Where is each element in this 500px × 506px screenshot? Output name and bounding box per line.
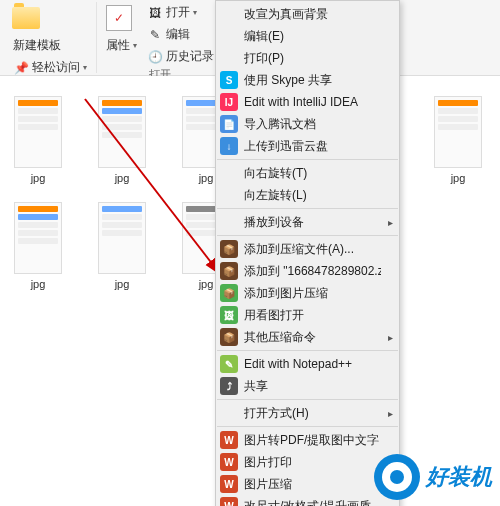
history-icon: 🕘 bbox=[147, 49, 163, 65]
ribbon-group-open: ✓ 属性▾ 🖼打开▾ ✎编辑 🕘历史记录 打开 bbox=[97, 2, 224, 73]
watermark: 好装机 bbox=[374, 454, 492, 500]
menu-separator bbox=[217, 350, 398, 351]
menu-item[interactable]: W图片压缩 bbox=[216, 473, 399, 495]
idea-icon: IJ bbox=[220, 93, 238, 111]
pin-icon: 📌 bbox=[13, 60, 29, 76]
menu-item[interactable]: 播放到设备 bbox=[216, 211, 399, 233]
open-icon: 🖼 bbox=[147, 5, 163, 21]
blank-icon bbox=[220, 5, 238, 23]
file-thumbnail[interactable]: jpg bbox=[10, 202, 66, 290]
file-name: jpg bbox=[31, 278, 46, 290]
skype-icon: S bbox=[220, 71, 238, 89]
menu-item-label: 添加到压缩文件(A)... bbox=[244, 241, 381, 258]
menu-item[interactable]: 改宣为真画背景 bbox=[216, 3, 399, 25]
file-thumbnail[interactable]: jpg bbox=[10, 96, 66, 184]
menu-item[interactable]: S使用 Skype 共享 bbox=[216, 69, 399, 91]
wps-icon: W bbox=[220, 453, 238, 471]
blank-icon bbox=[220, 49, 238, 67]
ribbon-group-new: 新建模板 📌轻松访问▾ 新建 bbox=[4, 2, 97, 73]
menu-separator bbox=[217, 208, 398, 209]
menu-item[interactable]: W图片打印 bbox=[216, 451, 399, 473]
wps-icon: W bbox=[220, 431, 238, 449]
menu-item[interactable]: 打印(P) bbox=[216, 47, 399, 69]
blank-icon bbox=[220, 213, 238, 231]
menu-item[interactable]: 编辑(E) bbox=[216, 25, 399, 47]
menu-item-label: Edit with Notepad++ bbox=[244, 357, 381, 371]
menu-item[interactable]: 📦添加到压缩文件(A)... bbox=[216, 238, 399, 260]
zip-icon: 📦 bbox=[220, 328, 238, 346]
menu-item[interactable]: 📦添加到图片压缩 bbox=[216, 282, 399, 304]
blank-icon bbox=[220, 27, 238, 45]
menu-item[interactable]: ↓上传到迅雷云盘 bbox=[216, 135, 399, 157]
wps-icon: W bbox=[220, 475, 238, 493]
menu-separator bbox=[217, 159, 398, 160]
context-menu: 改宣为真画背景编辑(E)打印(P)S使用 Skype 共享IJEdit with… bbox=[215, 0, 400, 506]
img-icon: 🖼 bbox=[220, 306, 238, 324]
open-button[interactable]: 🖼打开▾ bbox=[144, 2, 217, 23]
zipg-icon: 📦 bbox=[220, 284, 238, 302]
menu-separator bbox=[217, 235, 398, 236]
zip-icon: 📦 bbox=[220, 262, 238, 280]
menu-item-label: 图片压缩 bbox=[244, 476, 381, 493]
properties-icon: ✓ bbox=[103, 2, 135, 34]
menu-item[interactable]: W改尺寸/改格式/提升画质 bbox=[216, 495, 399, 506]
menu-item[interactable]: 📦其他压缩命令 bbox=[216, 326, 399, 348]
properties-button[interactable]: 属性▾ bbox=[103, 35, 140, 56]
xl-icon: ↓ bbox=[220, 137, 238, 155]
file-name: jpg bbox=[115, 172, 130, 184]
menu-item[interactable]: 📦添加到 "1668478289802.zip" (T) bbox=[216, 260, 399, 282]
menu-item[interactable]: IJEdit with IntelliJ IDEA bbox=[216, 91, 399, 113]
menu-item-label: 共享 bbox=[244, 378, 381, 395]
history-button[interactable]: 🕘历史记录 bbox=[144, 46, 217, 67]
menu-item-label: 播放到设备 bbox=[244, 214, 381, 231]
menu-item[interactable]: 向左旋转(L) bbox=[216, 184, 399, 206]
wps-icon: W bbox=[220, 497, 238, 506]
zip-icon: 📦 bbox=[220, 240, 238, 258]
file-thumbnail[interactable]: jpg bbox=[94, 96, 150, 184]
menu-item-label: 打开方式(H) bbox=[244, 405, 381, 422]
folder-new-icon bbox=[10, 2, 42, 34]
menu-item-label: 向右旋转(T) bbox=[244, 165, 381, 182]
file-name: jpg bbox=[115, 278, 130, 290]
menu-item-label: 编辑(E) bbox=[244, 28, 381, 45]
menu-item-label: Edit with IntelliJ IDEA bbox=[244, 95, 381, 109]
edit-button[interactable]: ✎编辑 bbox=[144, 24, 217, 45]
menu-item-label: 图片打印 bbox=[244, 454, 381, 471]
npp-icon: ✎ bbox=[220, 355, 238, 373]
menu-item-label: 打印(P) bbox=[244, 50, 381, 67]
menu-item-label: 上传到迅雷云盘 bbox=[244, 138, 381, 155]
menu-item-label: 添加到 "1668478289802.zip" (T) bbox=[244, 263, 381, 280]
menu-item-label: 添加到图片压缩 bbox=[244, 285, 381, 302]
menu-item[interactable]: 向右旋转(T) bbox=[216, 162, 399, 184]
menu-item[interactable]: ✎Edit with Notepad++ bbox=[216, 353, 399, 375]
menu-item[interactable]: 📄导入腾讯文档 bbox=[216, 113, 399, 135]
file-thumbnail[interactable]: jpg bbox=[430, 96, 486, 184]
menu-item-label: 使用 Skype 共享 bbox=[244, 72, 381, 89]
quick-access-button[interactable]: 📌轻松访问▾ bbox=[10, 57, 90, 78]
file-name: jpg bbox=[199, 278, 214, 290]
watermark-logo-icon bbox=[374, 454, 420, 500]
file-name: jpg bbox=[31, 172, 46, 184]
menu-separator bbox=[217, 426, 398, 427]
file-name: jpg bbox=[199, 172, 214, 184]
menu-item[interactable]: 🖼用看图打开 bbox=[216, 304, 399, 326]
menu-item-label: 其他压缩命令 bbox=[244, 329, 381, 346]
new-template-button[interactable]: 新建模板 bbox=[10, 35, 90, 56]
menu-separator bbox=[217, 399, 398, 400]
blank-icon bbox=[220, 404, 238, 422]
menu-item[interactable]: W图片转PDF/提取图中文字 bbox=[216, 429, 399, 451]
menu-item[interactable]: 打开方式(H) bbox=[216, 402, 399, 424]
blank-icon bbox=[220, 164, 238, 182]
menu-item-label: 改尺寸/改格式/提升画质 bbox=[244, 498, 381, 507]
tx-icon: 📄 bbox=[220, 115, 238, 133]
share-icon: ⤴ bbox=[220, 377, 238, 395]
blank-icon bbox=[220, 186, 238, 204]
menu-item-label: 用看图打开 bbox=[244, 307, 381, 324]
menu-item[interactable]: ⤴共享 bbox=[216, 375, 399, 397]
file-name: jpg bbox=[451, 172, 466, 184]
file-thumbnail[interactable]: jpg bbox=[94, 202, 150, 290]
menu-item-label: 导入腾讯文档 bbox=[244, 116, 381, 133]
edit-icon: ✎ bbox=[147, 27, 163, 43]
menu-item-label: 图片转PDF/提取图中文字 bbox=[244, 432, 381, 449]
menu-item-label: 向左旋转(L) bbox=[244, 187, 381, 204]
